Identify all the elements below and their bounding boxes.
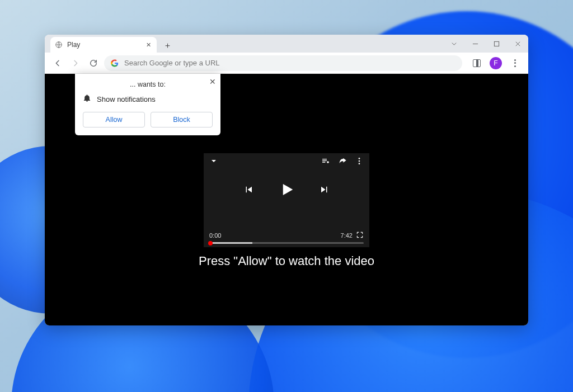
- allow-button[interactable]: Allow: [83, 112, 145, 127]
- more-icon[interactable]: [355, 157, 364, 168]
- next-icon[interactable]: [320, 185, 330, 197]
- chevron-down-icon[interactable]: [209, 157, 218, 168]
- globe-icon: [55, 41, 63, 49]
- reload-button[interactable]: [86, 56, 101, 70]
- notification-permission-prompt: ✕ ... wants to: Show notifications Allow…: [75, 74, 220, 135]
- video-player: 0:00 7:42: [204, 153, 369, 247]
- instruction-text: Press "Allow" to watch the video: [45, 254, 528, 268]
- address-bar[interactable]: [104, 55, 462, 71]
- prompt-permission-label: Show notifications: [97, 95, 156, 103]
- svg-point-2: [359, 158, 360, 159]
- share-icon[interactable]: [338, 157, 347, 168]
- close-prompt-icon[interactable]: ✕: [209, 77, 216, 86]
- progress-bar[interactable]: [209, 242, 364, 244]
- svg-rect-1: [494, 41, 499, 46]
- new-tab-button[interactable]: ＋: [160, 38, 175, 53]
- back-button[interactable]: [50, 56, 65, 70]
- minimize-button[interactable]: [464, 35, 486, 53]
- browser-toolbar: F: [45, 53, 528, 74]
- google-icon: [111, 59, 119, 67]
- browser-tab[interactable]: Play ✕: [50, 37, 157, 53]
- prompt-title: ... wants to:: [83, 81, 213, 88]
- svg-point-3: [359, 160, 360, 162]
- browser-menu-button[interactable]: [507, 55, 523, 71]
- maximize-button[interactable]: [486, 35, 507, 53]
- duration-label: 7:42: [341, 232, 353, 239]
- close-tab-icon[interactable]: ✕: [144, 41, 152, 49]
- browser-window: Play ✕ ＋ F ✕ ... w: [45, 35, 528, 325]
- profile-avatar[interactable]: F: [488, 55, 504, 71]
- play-icon[interactable]: [278, 181, 295, 200]
- window-controls: [443, 35, 528, 53]
- tab-title: Play: [67, 41, 140, 49]
- previous-icon[interactable]: [243, 185, 253, 197]
- current-time-label: 0:00: [209, 232, 221, 239]
- omnibox-input[interactable]: [124, 59, 455, 67]
- page-content: ✕ ... wants to: Show notifications Allow…: [45, 74, 528, 325]
- chevron-down-icon[interactable]: [443, 35, 464, 53]
- close-window-button[interactable]: [507, 35, 528, 53]
- playlist-add-icon[interactable]: [321, 157, 330, 168]
- fullscreen-icon[interactable]: [353, 231, 364, 240]
- block-button[interactable]: Block: [151, 112, 213, 127]
- tab-strip: Play ✕ ＋: [45, 35, 528, 53]
- svg-point-4: [359, 163, 360, 164]
- side-panel-icon[interactable]: [469, 55, 485, 71]
- forward-button[interactable]: [68, 56, 83, 70]
- bell-icon: [83, 94, 91, 104]
